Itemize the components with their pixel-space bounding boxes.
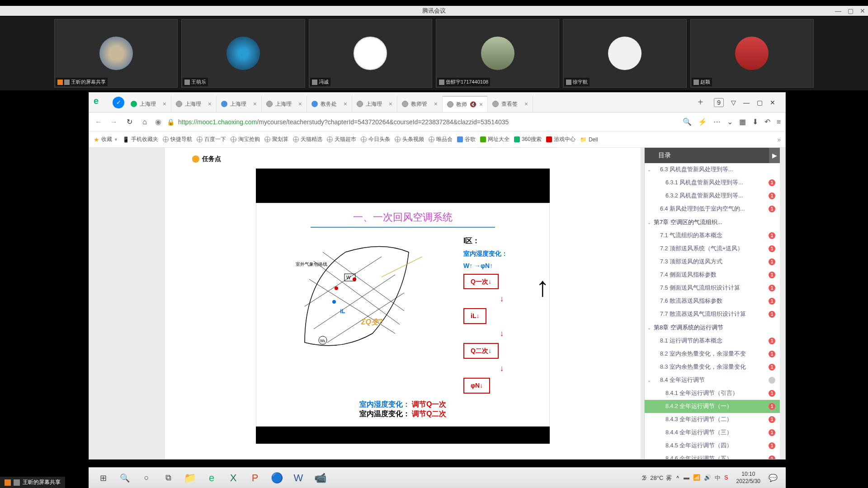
tab-close-icon[interactable]: × — [298, 100, 302, 108]
tab-close-icon[interactable]: × — [344, 100, 347, 108]
browser-tab[interactable]: 上海理× — [126, 96, 171, 112]
toc-item[interactable]: 8.4.4 全年运行调节（三）1 — [645, 426, 780, 439]
clock[interactable]: 10:10 2022/5/30 — [733, 471, 764, 485]
toc-item[interactable]: 8.1 运行调节的基本概念1 — [645, 334, 780, 347]
tab-close-icon[interactable]: × — [163, 100, 166, 108]
ime-icon[interactable]: 中 — [715, 474, 721, 482]
video-tile[interactable]: 曾醇宇1717440108 — [436, 19, 559, 88]
home-button[interactable]: ⌂ — [140, 118, 150, 126]
bookmark-item[interactable]: 头条视频 — [395, 136, 424, 143]
bookmark-item[interactable]: 淘宝抢购 — [231, 136, 260, 143]
assistant-icon[interactable]: ✓ — [113, 97, 124, 108]
apps-icon[interactable]: ▦ — [739, 117, 746, 126]
favorites-button[interactable]: ★收藏▼ — [94, 136, 118, 143]
search-button[interactable]: 🔍 — [114, 469, 136, 487]
toc-item[interactable]: 7.1 气流组织的基本概念1 — [645, 229, 780, 242]
toc-item[interactable]: 8.2 室内余热量变化，余湿量不变1 — [645, 347, 780, 361]
browser-tab[interactable]: 上海理× — [262, 96, 307, 112]
bookmark-item[interactable]: 谷歌 — [457, 136, 476, 143]
browser-tab[interactable]: 上海理× — [217, 96, 262, 112]
browser-tab[interactable]: 教师管× — [397, 96, 443, 112]
url-input[interactable]: 🔒 https://mooc1.chaoxing.com/mycourse/te… — [167, 118, 677, 126]
tab-close-icon[interactable]: × — [253, 100, 257, 108]
toc-item[interactable]: ⌄8.4 全年运行调节 — [645, 374, 780, 387]
browser-tab[interactable]: 上海理× — [171, 96, 217, 112]
video-tile[interactable]: 王萌乐 — [181, 19, 305, 88]
bookmark-item[interactable]: 唯品会 — [429, 136, 453, 143]
minimize-icon[interactable]: — — [835, 7, 841, 14]
tab-close-icon[interactable]: × — [524, 100, 528, 108]
browser-maximize-icon[interactable]: ▢ — [757, 99, 763, 106]
chrome-icon[interactable]: 🔵 — [266, 469, 288, 487]
download-icon[interactable]: ⬇ — [752, 117, 758, 126]
toc-item[interactable]: 6.3.1 风机盘管新风处理到等...1 — [645, 176, 780, 189]
browser-tab[interactable]: 教师🔇× — [443, 96, 488, 112]
tab-close-icon[interactable]: × — [479, 101, 483, 108]
filter-icon[interactable]: ▽ — [731, 99, 736, 106]
tab-close-icon[interactable]: × — [389, 100, 392, 108]
more-icon[interactable]: ⋯ — [713, 117, 721, 126]
toc-item[interactable]: 7.3 顶部送风的送风方式1 — [645, 255, 780, 268]
toc-item[interactable]: 6.3.2 风机盘管新风处理到等...1 — [645, 189, 780, 202]
browser-tab[interactable]: 上海理× — [352, 96, 397, 112]
toc-item[interactable]: 6.4 新风处理到低于室内空气的...1 — [645, 202, 780, 216]
powerpoint-icon[interactable]: P — [244, 469, 266, 487]
bookmark-item[interactable]: 📱手机收藏夹 — [123, 136, 158, 143]
restore-icon[interactable]: ↶ — [764, 117, 770, 126]
bookmark-item[interactable]: 天猫精选 — [293, 136, 322, 143]
start-button[interactable]: ⊞ — [92, 469, 114, 487]
video-tile[interactable]: 赵颖 — [690, 19, 814, 88]
word-icon[interactable]: W — [288, 469, 309, 487]
tray-overflow-icon[interactable]: ^ — [676, 475, 679, 481]
bookmark-item[interactable]: 📁Dell — [580, 136, 598, 143]
wifi-icon[interactable]: 📶 — [693, 474, 700, 482]
new-tab-button[interactable]: + — [693, 97, 709, 108]
toc-item[interactable]: 8.4.5 全年运行调节（四）1 — [645, 439, 780, 452]
chevron-down-icon[interactable]: ⌄ — [727, 117, 733, 126]
browser-close-icon[interactable]: ✕ — [770, 99, 775, 106]
toc-item[interactable]: 8.4.6 全年运行调节（五）1 — [645, 452, 780, 459]
browser-tab[interactable]: 教务处× — [307, 96, 352, 112]
weather-widget[interactable]: 🌫 28°C 雾 — [642, 474, 672, 482]
task-view-button[interactable]: ⧉ — [157, 469, 179, 487]
cortana-button[interactable]: ○ — [136, 469, 157, 487]
toc-item[interactable]: 8.3 室内余热量变化，余湿量变化1 — [645, 361, 780, 374]
maximize-icon[interactable]: ▢ — [848, 7, 854, 14]
tab-close-icon[interactable]: × — [208, 100, 212, 108]
bookmark-item[interactable]: 百度一下 — [197, 136, 226, 143]
tab-count-badge[interactable]: 9 — [714, 98, 724, 107]
bookmark-item[interactable]: 天猫超市 — [327, 136, 356, 143]
scrollbar[interactable] — [780, 148, 785, 459]
search-icon[interactable]: 🔍 — [683, 117, 692, 126]
video-tile[interactable]: 徐宇航 — [563, 19, 686, 88]
bookmark-item[interactable]: 360搜索 — [514, 136, 542, 143]
bookmark-item[interactable]: 快捷导航 — [163, 136, 192, 143]
file-explorer-icon[interactable]: 📁 — [179, 469, 201, 487]
tab-mute-icon[interactable]: 🔇 — [470, 101, 476, 108]
volume-icon[interactable]: 🔊 — [704, 474, 711, 482]
bookmark-item[interactable]: 聚划算 — [264, 136, 288, 143]
bookmark-item[interactable]: 游戏中心 — [546, 136, 576, 143]
bookmark-item[interactable]: 今日头条 — [361, 136, 390, 143]
toc-item[interactable]: 7.2 顶部送风系统（气流+送风）1 — [645, 242, 780, 255]
browser-logo-icon[interactable]: e — [94, 96, 107, 109]
toc-item[interactable]: ⌄第7章 空调区的气流组织... — [645, 216, 780, 229]
browser-tab[interactable]: 查看签× — [488, 96, 533, 112]
bookmarks-overflow-icon[interactable]: » — [777, 136, 781, 143]
toc-item[interactable]: ⌄6.3 风机盘管新风处理到等... — [645, 163, 780, 176]
tab-close-icon[interactable]: × — [434, 100, 438, 108]
menu-icon[interactable]: ≡ — [777, 118, 781, 126]
site-info-icon[interactable]: ◉ — [155, 117, 161, 126]
toc-item[interactable]: 8.4.2 全年运行调节（一）1 — [645, 400, 780, 413]
toc-item[interactable]: 7.7 散流器送风气流组织设计计算1 — [645, 308, 780, 321]
toc-collapse-button[interactable]: ▶ — [769, 148, 780, 163]
forward-button[interactable]: → — [109, 118, 119, 126]
video-player[interactable]: 一、一次回风空调系统 — [256, 169, 550, 444]
bookmark-item[interactable]: 网址大全 — [480, 136, 509, 143]
toc-item[interactable]: 8.4.1 全年运行调节（引言）1 — [645, 387, 780, 400]
toc-item[interactable]: 7.4 侧面送风指标参数1 — [645, 268, 780, 282]
excel-icon[interactable]: X — [222, 469, 244, 487]
browser-icon[interactable]: e — [201, 469, 222, 487]
toc-item[interactable]: 8.4.3 全年运行调节（二）1 — [645, 413, 780, 426]
battery-icon[interactable]: ▬ — [684, 474, 689, 482]
